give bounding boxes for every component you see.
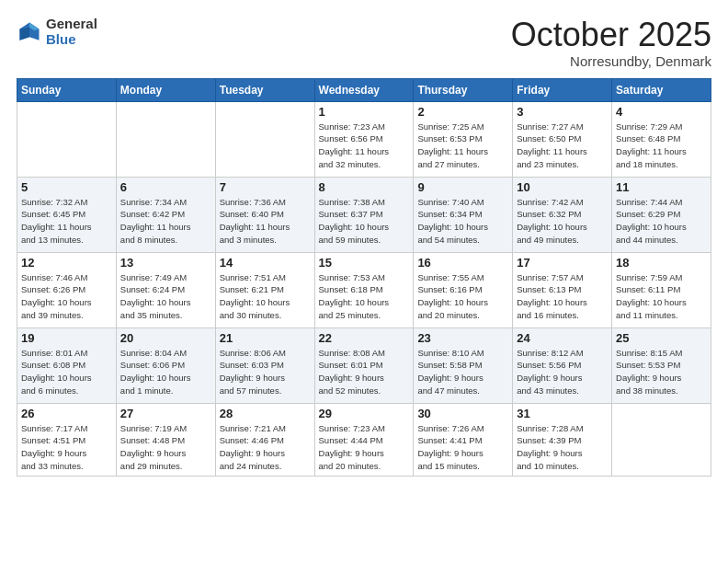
header: General Blue October 2025 Norresundby, D…	[17, 17, 711, 69]
day-number: 26	[21, 407, 112, 420]
day-number: 17	[517, 256, 608, 270]
day-info: Sunrise: 7:21 AMSunset: 4:46 PMDaylight:…	[220, 422, 311, 473]
day-number: 3	[517, 105, 608, 119]
day-number: 11	[616, 180, 707, 194]
day-number: 27	[120, 407, 211, 420]
day-info: Sunrise: 7:44 AMSunset: 6:29 PMDaylight:…	[616, 196, 707, 247]
table-row: 10Sunrise: 7:42 AMSunset: 6:32 PMDayligh…	[513, 177, 612, 252]
header-saturday: Saturday	[612, 78, 711, 101]
day-number: 12	[21, 256, 112, 270]
table-row: 6Sunrise: 7:34 AMSunset: 6:42 PMDaylight…	[116, 177, 215, 252]
day-number: 24	[517, 331, 608, 345]
day-info: Sunrise: 8:06 AMSunset: 6:03 PMDaylight:…	[220, 347, 311, 397]
day-number: 1	[319, 105, 410, 119]
table-row: 19Sunrise: 8:01 AMSunset: 6:08 PMDayligh…	[17, 327, 117, 403]
day-info: Sunrise: 7:32 AMSunset: 6:45 PMDaylight:…	[21, 196, 112, 247]
table-row: 26Sunrise: 7:17 AMSunset: 4:51 PMDayligh…	[17, 403, 117, 476]
day-info: Sunrise: 7:34 AMSunset: 6:42 PMDaylight:…	[120, 196, 211, 247]
day-number: 10	[517, 180, 608, 194]
day-info: Sunrise: 7:49 AMSunset: 6:24 PMDaylight:…	[120, 271, 211, 322]
calendar-table: Sunday Monday Tuesday Wednesday Thursday…	[17, 78, 711, 477]
table-row: 13Sunrise: 7:49 AMSunset: 6:24 PMDayligh…	[116, 252, 215, 327]
table-row: 25Sunrise: 8:15 AMSunset: 5:53 PMDayligh…	[612, 327, 711, 403]
header-friday: Friday	[513, 78, 612, 101]
day-info: Sunrise: 7:23 AMSunset: 6:56 PMDaylight:…	[319, 121, 410, 171]
day-info: Sunrise: 8:01 AMSunset: 6:08 PMDaylight:…	[21, 347, 112, 397]
day-number: 6	[120, 180, 211, 194]
table-row: 22Sunrise: 8:08 AMSunset: 6:01 PMDayligh…	[314, 327, 414, 403]
header-thursday: Thursday	[414, 78, 513, 101]
day-info: Sunrise: 7:17 AMSunset: 4:51 PMDaylight:…	[21, 422, 112, 473]
table-row: 23Sunrise: 8:10 AMSunset: 5:58 PMDayligh…	[414, 327, 513, 403]
day-number: 16	[417, 256, 508, 270]
table-row: 2Sunrise: 7:25 AMSunset: 6:53 PMDaylight…	[414, 101, 513, 177]
table-row	[17, 101, 117, 177]
day-number: 13	[120, 256, 211, 270]
day-info: Sunrise: 7:26 AMSunset: 4:41 PMDaylight:…	[417, 422, 508, 473]
calendar-week-row: 19Sunrise: 8:01 AMSunset: 6:08 PMDayligh…	[17, 327, 711, 403]
day-info: Sunrise: 8:15 AMSunset: 5:53 PMDaylight:…	[616, 347, 707, 397]
table-row: 14Sunrise: 7:51 AMSunset: 6:21 PMDayligh…	[215, 252, 314, 327]
logo: General Blue	[17, 17, 97, 47]
day-number: 2	[417, 105, 508, 119]
table-row: 28Sunrise: 7:21 AMSunset: 4:46 PMDayligh…	[215, 403, 314, 476]
table-row: 18Sunrise: 7:59 AMSunset: 6:11 PMDayligh…	[612, 252, 711, 327]
calendar-week-row: 5Sunrise: 7:32 AMSunset: 6:45 PMDaylight…	[17, 177, 711, 252]
table-row: 4Sunrise: 7:29 AMSunset: 6:48 PMDaylight…	[612, 101, 711, 177]
table-row: 20Sunrise: 8:04 AMSunset: 6:06 PMDayligh…	[116, 327, 215, 403]
location: Norresundby, Denmark	[511, 53, 711, 69]
day-info: Sunrise: 7:53 AMSunset: 6:18 PMDaylight:…	[319, 271, 410, 322]
header-wednesday: Wednesday	[314, 78, 414, 101]
header-sunday: Sunday	[17, 78, 117, 101]
day-number: 23	[417, 331, 508, 345]
calendar-week-row: 1Sunrise: 7:23 AMSunset: 6:56 PMDaylight…	[17, 101, 711, 177]
table-row: 21Sunrise: 8:06 AMSunset: 6:03 PMDayligh…	[215, 327, 314, 403]
day-number: 7	[220, 180, 311, 194]
day-info: Sunrise: 7:36 AMSunset: 6:40 PMDaylight:…	[220, 196, 311, 247]
day-info: Sunrise: 7:40 AMSunset: 6:34 PMDaylight:…	[417, 196, 508, 247]
header-monday: Monday	[116, 78, 215, 101]
day-number: 22	[319, 331, 410, 345]
logo-blue: Blue	[46, 32, 97, 48]
day-info: Sunrise: 8:04 AMSunset: 6:06 PMDaylight:…	[120, 347, 211, 397]
day-info: Sunrise: 7:55 AMSunset: 6:16 PMDaylight:…	[417, 271, 508, 322]
table-row: 5Sunrise: 7:32 AMSunset: 6:45 PMDaylight…	[17, 177, 117, 252]
table-row: 27Sunrise: 7:19 AMSunset: 4:48 PMDayligh…	[116, 403, 215, 476]
day-info: Sunrise: 7:42 AMSunset: 6:32 PMDaylight:…	[517, 196, 608, 247]
table-row: 15Sunrise: 7:53 AMSunset: 6:18 PMDayligh…	[314, 252, 414, 327]
day-info: Sunrise: 7:57 AMSunset: 6:13 PMDaylight:…	[517, 271, 608, 322]
logo-text: General Blue	[46, 17, 97, 47]
table-row: 29Sunrise: 7:23 AMSunset: 4:44 PMDayligh…	[314, 403, 414, 476]
day-info: Sunrise: 7:51 AMSunset: 6:21 PMDaylight:…	[220, 271, 311, 322]
day-number: 5	[21, 180, 112, 194]
table-row: 1Sunrise: 7:23 AMSunset: 6:56 PMDaylight…	[314, 101, 414, 177]
logo-icon	[17, 19, 42, 45]
day-info: Sunrise: 7:29 AMSunset: 6:48 PMDaylight:…	[616, 121, 707, 171]
day-info: Sunrise: 7:28 AMSunset: 4:39 PMDaylight:…	[517, 422, 608, 473]
table-row: 24Sunrise: 8:12 AMSunset: 5:56 PMDayligh…	[513, 327, 612, 403]
calendar-week-row: 26Sunrise: 7:17 AMSunset: 4:51 PMDayligh…	[17, 403, 711, 476]
day-number: 9	[417, 180, 508, 194]
calendar-week-row: 12Sunrise: 7:46 AMSunset: 6:26 PMDayligh…	[17, 252, 711, 327]
day-number: 21	[220, 331, 311, 345]
day-number: 15	[319, 256, 410, 270]
header-tuesday: Tuesday	[215, 78, 314, 101]
weekday-header-row: Sunday Monday Tuesday Wednesday Thursday…	[17, 78, 711, 101]
day-info: Sunrise: 7:19 AMSunset: 4:48 PMDaylight:…	[120, 422, 211, 473]
day-info: Sunrise: 7:38 AMSunset: 6:37 PMDaylight:…	[319, 196, 410, 247]
day-info: Sunrise: 7:46 AMSunset: 6:26 PMDaylight:…	[21, 271, 112, 322]
month-title: October 2025	[511, 17, 711, 53]
svg-marker-2	[20, 27, 30, 40]
table-row: 17Sunrise: 7:57 AMSunset: 6:13 PMDayligh…	[513, 252, 612, 327]
day-number: 29	[319, 407, 410, 420]
day-number: 20	[120, 331, 211, 345]
table-row: 16Sunrise: 7:55 AMSunset: 6:16 PMDayligh…	[414, 252, 513, 327]
day-number: 8	[319, 180, 410, 194]
day-info: Sunrise: 8:08 AMSunset: 6:01 PMDaylight:…	[319, 347, 410, 397]
day-info: Sunrise: 7:25 AMSunset: 6:53 PMDaylight:…	[417, 121, 508, 171]
logo-general: General	[46, 17, 97, 32]
day-number: 28	[220, 407, 311, 420]
table-row: 31Sunrise: 7:28 AMSunset: 4:39 PMDayligh…	[513, 403, 612, 476]
day-info: Sunrise: 7:27 AMSunset: 6:50 PMDaylight:…	[517, 121, 608, 171]
day-number: 19	[21, 331, 112, 345]
